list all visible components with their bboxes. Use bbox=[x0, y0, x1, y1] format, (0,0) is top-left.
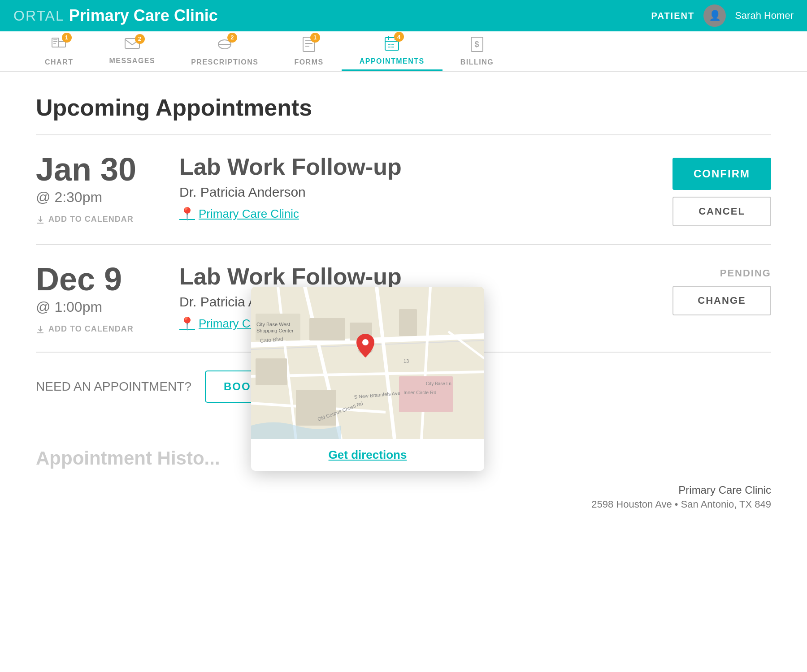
navigation-bar: 1 CHART 2 MESSAGES 2 PRESCRIPTIONS bbox=[0, 31, 807, 72]
billing-label: BILLING bbox=[460, 58, 494, 66]
appt-2-time: @ 1:00pm bbox=[36, 299, 152, 315]
avatar: 👤 bbox=[703, 4, 726, 27]
appt-1-date-block: Jan 30 @ 2:30pm ADD TO CALENDAR bbox=[36, 153, 152, 224]
appt-2-actions: PENDING CHANGE bbox=[672, 263, 771, 315]
pending-status: PENDING bbox=[672, 267, 771, 279]
confirm-button[interactable]: CONFIRM bbox=[672, 158, 771, 190]
svg-point-50 bbox=[362, 339, 369, 345]
app-header: ORTAL Primary Care Clinic PATIENT 👤 Sara… bbox=[0, 0, 807, 31]
appt-2-date-block: Dec 9 @ 1:00pm ADD TO CALENDAR bbox=[36, 263, 152, 334]
clinic-info-name: Primary Care Clinic bbox=[591, 484, 771, 496]
svg-rect-1 bbox=[53, 39, 57, 40]
appt-1-details: Lab Work Follow-up Dr. Patricia Anderson… bbox=[179, 153, 646, 221]
svg-text:Shopping Center: Shopping Center bbox=[256, 328, 294, 333]
appointments-label: APPOINTMENTS bbox=[360, 57, 425, 65]
svg-text:13: 13 bbox=[404, 358, 409, 364]
page-title: Upcoming Appointments bbox=[36, 94, 771, 121]
nav-prescriptions[interactable]: 2 PRESCRIPTIONS bbox=[173, 31, 276, 71]
nav-billing[interactable]: $ BILLING bbox=[443, 31, 512, 71]
appt-2-add-calendar[interactable]: ADD TO CALENDAR bbox=[36, 324, 152, 334]
prescriptions-label: PRESCRIPTIONS bbox=[191, 58, 258, 66]
header-right: PATIENT 👤 Sarah Homer bbox=[651, 4, 794, 27]
chart-badge: 1 bbox=[62, 33, 72, 43]
main-content: Upcoming Appointments Jan 30 @ 2:30pm AD… bbox=[0, 72, 807, 672]
forms-badge: 1 bbox=[310, 33, 320, 43]
svg-text:Inner Circle Rd: Inner Circle Rd bbox=[404, 390, 436, 395]
map-area: Cato Blvd 13 Old Corpus Christi Rd S New… bbox=[251, 287, 484, 439]
chart-label: CHART bbox=[45, 58, 74, 66]
get-directions-link[interactable]: Get directions bbox=[262, 448, 473, 462]
appt-1-location-text: Primary Care Clinic bbox=[199, 207, 299, 221]
svg-rect-34 bbox=[309, 318, 345, 340]
add-calendar-2-label: ADD TO CALENDAR bbox=[48, 324, 134, 334]
map-popup: Cato Blvd 13 Old Corpus Christi Rd S New… bbox=[251, 287, 484, 471]
chart-icon: 1 bbox=[51, 36, 67, 56]
svg-rect-36 bbox=[399, 309, 417, 336]
prescriptions-badge: 2 bbox=[227, 33, 237, 43]
appt-1-date: Jan 30 bbox=[36, 153, 152, 185]
need-appt-text: NEED AN APPOINTMENT? bbox=[36, 379, 191, 394]
location-pin-icon: 📍 bbox=[179, 207, 195, 221]
cancel-button[interactable]: CANCEL bbox=[672, 197, 771, 226]
nav-messages[interactable]: 2 MESSAGES bbox=[91, 31, 174, 71]
svg-text:City Base Ln: City Base Ln bbox=[426, 381, 451, 386]
portal-label: ORTAL bbox=[13, 8, 65, 24]
appointments-badge: 4 bbox=[394, 32, 404, 42]
patient-label: PATIENT bbox=[651, 11, 695, 21]
appt-1-add-calendar[interactable]: ADD TO CALENDAR bbox=[36, 215, 152, 224]
messages-badge: 2 bbox=[135, 34, 145, 44]
add-calendar-1-label: ADD TO CALENDAR bbox=[48, 215, 134, 224]
svg-rect-39 bbox=[296, 390, 336, 426]
svg-rect-4 bbox=[59, 42, 65, 47]
appt-2-title: Lab Work Follow-up bbox=[179, 263, 646, 290]
svg-text:City Base West: City Base West bbox=[256, 322, 290, 327]
messages-icon: 2 bbox=[124, 38, 140, 54]
map-popup-footer: Get directions bbox=[251, 439, 484, 471]
appt-1-doctor: Dr. Patricia Anderson bbox=[179, 185, 646, 200]
nav-appointments[interactable]: 4 APPOINTMENTS bbox=[342, 31, 443, 71]
clinic-name-header: Primary Care Clinic bbox=[69, 6, 218, 25]
clinic-info-block: Primary Care Clinic 2598 Houston Ave • S… bbox=[591, 484, 771, 510]
prescriptions-icon: 2 bbox=[217, 36, 233, 56]
clinic-info-address: 2598 Houston Ave • San Antonio, TX 849 bbox=[591, 499, 771, 510]
appt-1-title: Lab Work Follow-up bbox=[179, 153, 646, 180]
forms-icon: 1 bbox=[302, 36, 316, 56]
appt-2-date: Dec 9 bbox=[36, 263, 152, 295]
appt-1-location[interactable]: 📍 Primary Care Clinic bbox=[179, 207, 646, 221]
messages-label: MESSAGES bbox=[109, 57, 156, 65]
appointment-card-1: Jan 30 @ 2:30pm ADD TO CALENDAR Lab Work… bbox=[36, 134, 771, 244]
nav-chart[interactable]: 1 CHART bbox=[27, 31, 91, 71]
billing-icon: $ bbox=[470, 36, 484, 56]
forms-label: FORMS bbox=[294, 58, 323, 66]
svg-rect-3 bbox=[53, 43, 56, 44]
appt-1-time: @ 2:30pm bbox=[36, 189, 152, 206]
patient-name: Sarah Homer bbox=[735, 10, 794, 22]
appt-1-actions: CONFIRM CANCEL bbox=[672, 153, 771, 226]
appointments-icon: 4 bbox=[384, 35, 399, 55]
location-pin-icon-2: 📍 bbox=[179, 316, 195, 331]
svg-rect-2 bbox=[53, 41, 57, 42]
change-button[interactable]: CHANGE bbox=[672, 286, 771, 315]
nav-forms[interactable]: 1 FORMS bbox=[276, 31, 341, 71]
svg-rect-38 bbox=[256, 358, 287, 385]
svg-text:$: $ bbox=[475, 40, 480, 49]
